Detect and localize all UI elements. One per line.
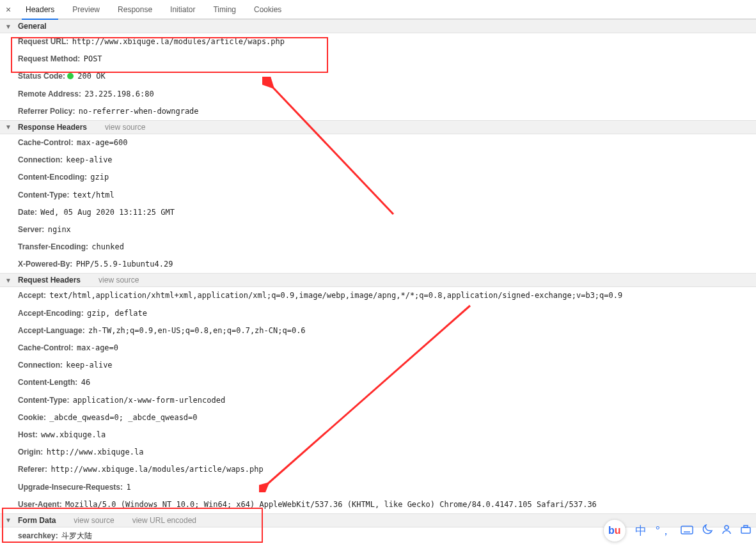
row-accept-encoding: Accept-Encoding: gzip, deflate [0, 305, 756, 322]
key: Server: [18, 225, 44, 234]
svg-point-4 [725, 526, 728, 529]
val: http://www.xbiquge.la/modules/article/wa… [72, 37, 285, 46]
row-date: Date: Wed, 05 Aug 2020 13:11:25 GMT [0, 204, 756, 221]
val: application/x-www-form-urlencoded [73, 396, 225, 405]
keyboard-icon[interactable] [681, 524, 693, 538]
row-cache-control: Cache-Control: max-age=600 [0, 134, 756, 152]
general-panel: Request URL: http://www.xbiquge.la/modul… [0, 33, 756, 120]
view-source-link[interactable]: view source [105, 123, 145, 132]
key: Accept: [18, 291, 46, 300]
key: Accept-Language: [18, 326, 85, 335]
row-status-code: Status Code: 200 OK [0, 68, 756, 85]
punctuation-icon[interactable]: °， [656, 523, 672, 538]
row-remote-address: Remote Address: 23.225.198.6:80 [0, 86, 756, 103]
key: searchkey: [18, 531, 58, 540]
val: POST [84, 54, 102, 63]
key: Origin: [18, 448, 43, 456]
row-origin: Origin: http://www.xbiquge.la [0, 444, 756, 461]
row-referrer-policy: Referrer Policy: no-referrer-when-downgr… [0, 103, 756, 120]
row-cookie: Cookie: _abcde_qweasd=0; _abcde_qweasd=0 [0, 409, 756, 426]
disclosure-triangle-icon: ▼ [5, 123, 12, 130]
key: Connection: [18, 361, 63, 370]
row-user-agent: User-Agent: Mozilla/5.0 (Windows NT 10.0… [0, 496, 756, 513]
row-content-type: Content-Type: text/html [0, 187, 756, 204]
val: 200 OK [77, 72, 105, 81]
val: Mozilla/5.0 (Windows NT 10.0; Win64; x64… [65, 500, 597, 509]
person-icon[interactable] [721, 524, 732, 538]
val: Wed, 05 Aug 2020 13:11:25 GMT [40, 208, 175, 217]
val: http://www.xbiquge.la [47, 448, 144, 456]
val: _abcde_qweasd=0; _abcde_qweasd=0 [49, 413, 197, 422]
row-content-length: Content-Length: 46 [0, 374, 756, 391]
ime-mode-label[interactable]: 中 [635, 523, 647, 538]
close-icon[interactable]: × [4, 5, 13, 14]
key: Content-Length: [18, 378, 77, 387]
tab-timing[interactable]: Timing [204, 0, 245, 19]
key: Transfer-Encoding: [18, 242, 88, 251]
val: max-age=0 [77, 343, 118, 352]
key: Accept-Encoding: [18, 309, 84, 318]
key: Host: [18, 430, 38, 439]
section-general-header[interactable]: ▼ General [0, 19, 756, 33]
svg-rect-6 [744, 526, 748, 527]
tab-response[interactable]: Response [109, 0, 161, 19]
view-url-encoded-link[interactable]: view URL encoded [132, 516, 196, 525]
val: keep-alive [66, 155, 112, 164]
val: text/html,application/xhtml+xml,applicat… [49, 291, 622, 300]
key: Status Code: [18, 72, 65, 81]
key: Request Method: [18, 54, 80, 63]
val: 46 [81, 378, 90, 387]
val: PHP/5.5.9-1ubuntu4.29 [76, 260, 173, 269]
val: 1 [126, 483, 130, 492]
row-x-powered-by: X-Powered-By: PHP/5.5.9-1ubuntu4.29 [0, 256, 756, 273]
val: text/html [73, 191, 114, 199]
key: Upgrade-Insecure-Requests: [18, 483, 123, 492]
key: Remote Address: [18, 90, 81, 98]
section-response-headers-header[interactable]: ▼ Response Headers view source [0, 120, 756, 134]
svg-rect-5 [741, 527, 750, 533]
tab-cookies[interactable]: Cookies [245, 0, 290, 19]
toolbox-icon[interactable] [741, 524, 751, 538]
val: gzip [90, 173, 109, 182]
request-headers-panel: Accept: text/html,application/xhtml+xml,… [0, 287, 756, 513]
section-title: Request Headers [18, 276, 81, 285]
key: Cache-Control: [18, 343, 74, 352]
key: Content-Type: [18, 396, 69, 405]
baidu-ime-icon[interactable]: bu [603, 519, 626, 542]
val: nginx [48, 225, 71, 234]
row-host: Host: www.xbiquge.la [0, 426, 756, 444]
row-server: Server: nginx [0, 221, 756, 238]
row-request-url: Request URL: http://www.xbiquge.la/modul… [0, 33, 756, 51]
key: X-Powered-By: [18, 260, 72, 269]
row-transfer-encoding: Transfer-Encoding: chunked [0, 238, 756, 256]
val: chunked [91, 242, 124, 251]
tab-headers[interactable]: Headers [17, 0, 63, 19]
section-request-headers-header[interactable]: ▼ Request Headers view source [0, 273, 756, 287]
status-dot-icon [67, 73, 74, 79]
section-title: Form Data [18, 516, 56, 525]
moon-icon[interactable] [702, 524, 713, 538]
val: http://www.xbiquge.la/modules/article/wa… [51, 465, 263, 474]
ime-tray: bu 中 °， [603, 519, 751, 542]
val: keep-alive [66, 361, 112, 370]
row-connection: Connection: keep-alive [0, 357, 756, 374]
key: Cache-Control: [18, 138, 74, 147]
key: Referrer Policy: [18, 107, 75, 116]
val: no-referrer-when-downgrade [79, 107, 199, 116]
tab-initiator[interactable]: Initiator [161, 0, 204, 19]
tab-preview[interactable]: Preview [63, 0, 109, 19]
key: Referer: [18, 465, 47, 474]
key: Cookie: [18, 413, 46, 422]
view-source-link[interactable]: view source [74, 516, 114, 525]
row-content-encoding: Content-Encoding: gzip [0, 169, 756, 186]
view-source-link[interactable]: view source [98, 276, 139, 285]
section-title: Response Headers [18, 123, 87, 132]
response-headers-panel: Cache-Control: max-age=600 Connection: k… [0, 134, 756, 274]
disclosure-triangle-icon: ▼ [5, 277, 12, 284]
val: www.xbiquge.la [41, 430, 106, 439]
row-connection: Connection: keep-alive [0, 152, 756, 169]
row-cache-control: Cache-Control: max-age=0 [0, 339, 756, 357]
section-title: General [18, 22, 47, 31]
row-upgrade-insecure-requests: Upgrade-Insecure-Requests: 1 [0, 479, 756, 496]
svg-rect-2 [681, 526, 693, 534]
